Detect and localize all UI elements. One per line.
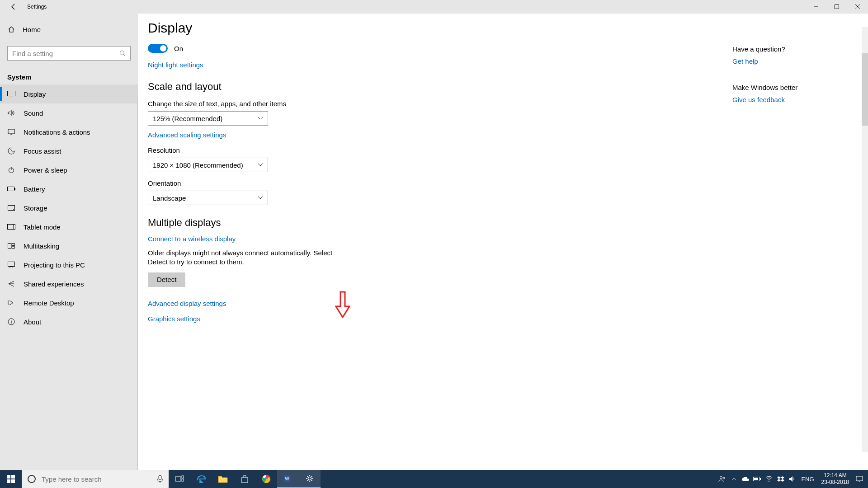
tray-dropbox-icon[interactable]	[775, 470, 787, 488]
search-icon	[119, 50, 126, 56]
svg-rect-4	[8, 91, 15, 96]
gear-icon	[305, 474, 314, 483]
detect-button[interactable]: Detect	[148, 272, 185, 287]
tray-language[interactable]: ENG	[798, 476, 816, 483]
feedback-link[interactable]: Give us feedback	[732, 96, 785, 103]
resolution-label: Resolution	[148, 146, 850, 154]
taskbar-app-word[interactable]: W	[277, 470, 299, 488]
graphics-settings-link[interactable]: Graphics settings	[148, 315, 200, 323]
wireless-display-link[interactable]: Connect to a wireless display	[148, 235, 236, 243]
start-button[interactable]	[0, 470, 22, 488]
svg-point-12	[13, 209, 14, 210]
tray-people-icon[interactable]	[716, 470, 728, 488]
cortana-icon	[27, 474, 36, 483]
cortana-input[interactable]	[42, 475, 151, 483]
advanced-scaling-link[interactable]: Advanced scaling settings	[148, 131, 226, 139]
taskbar-app-settings[interactable]	[299, 470, 321, 488]
svg-rect-23	[7, 475, 10, 479]
sidebar-item-tablet-mode[interactable]: Tablet mode	[0, 217, 138, 236]
get-help-link[interactable]: Get help	[732, 57, 758, 65]
night-light-settings-link[interactable]: Night light settings	[148, 61, 203, 69]
tray-battery-icon[interactable]	[751, 470, 763, 488]
resolution-dropdown-value: 868 × 488 (Recommended)	[153, 161, 243, 169]
about-icon	[7, 318, 15, 326]
taskbar-app-store[interactable]	[234, 470, 255, 488]
svg-rect-28	[159, 475, 161, 480]
maximize-button[interactable]	[826, 0, 847, 14]
taskbar-app-chrome[interactable]	[255, 470, 277, 488]
search-input[interactable]	[12, 50, 119, 57]
sidebar-item-display[interactable]: Display	[0, 84, 138, 103]
battery-icon	[7, 185, 15, 193]
sidebar-item-label: Multitasking	[24, 242, 59, 250]
sidebar-item-label: Display	[24, 90, 46, 98]
sidebar-item-remote-desktop[interactable]: Remote Desktop	[0, 293, 138, 312]
chevron-down-icon	[258, 196, 263, 200]
advanced-display-link[interactable]: Advanced display settings	[148, 300, 226, 307]
svg-rect-41	[754, 478, 758, 480]
arrow-left-icon	[10, 3, 17, 10]
orientation-dropdown-value: Landscape	[153, 194, 186, 202]
sidebar-item-sound[interactable]: Sound	[0, 103, 138, 122]
sidebar-item-label: Notifications & actions	[24, 128, 90, 136]
tray-wifi-icon[interactable]	[763, 470, 775, 488]
resolution-dropdown[interactable]: 868 × 488 (Recommended)	[148, 158, 268, 172]
svg-text:W: W	[285, 476, 289, 481]
cortana-search[interactable]	[22, 470, 169, 488]
sidebar-item-label: Storage	[24, 204, 47, 212]
home-icon	[7, 25, 15, 33]
sidebar-home-label: Home	[23, 26, 41, 33]
sidebar-group-header: System	[0, 70, 138, 84]
sidebar-item-notifications[interactable]: Notifications & actions	[0, 122, 138, 141]
sidebar-home[interactable]: Home	[0, 22, 138, 37]
task-view-button[interactable]	[169, 470, 190, 488]
taskbar: W ENG 12:14 AM 23-08-2018	[0, 470, 868, 488]
minimize-icon	[814, 5, 818, 9]
sidebar-item-shared-experiences[interactable]: Shared experiences	[0, 274, 138, 293]
close-button[interactable]	[847, 0, 868, 14]
svg-rect-24	[11, 475, 15, 479]
detect-hint-text: Older displays might not always connect …	[148, 249, 338, 267]
word-icon: W	[283, 474, 292, 483]
tray-time: 12:14 AM	[821, 472, 849, 479]
sidebar-item-multitasking[interactable]: Multitasking	[0, 236, 138, 255]
storage-icon	[7, 204, 15, 212]
sidebar-item-power-sleep[interactable]: Power & sleep	[0, 160, 138, 179]
caption-controls	[806, 0, 868, 14]
scrollbar-thumb[interactable]	[862, 53, 868, 126]
scale-dropdown-value: 125% (Recommended)	[153, 115, 222, 122]
task-view-icon	[175, 475, 184, 483]
main-layout: Home System Display Sound Notifications …	[0, 14, 868, 470]
sidebar-item-label: About	[24, 318, 41, 326]
content-area: Display On Night light settings Scale an…	[138, 14, 868, 470]
tray-clock[interactable]: 12:14 AM 23-08-2018	[817, 472, 854, 486]
svg-rect-43	[856, 476, 863, 481]
sidebar-item-battery[interactable]: Battery	[0, 179, 138, 198]
tray-date: 23-08-2018	[821, 479, 849, 486]
tablet-icon	[7, 223, 15, 231]
tray-onedrive-icon[interactable]	[740, 470, 751, 488]
tray-volume-icon[interactable]	[787, 470, 798, 488]
svg-rect-1	[835, 5, 839, 9]
taskbar-app-edge[interactable]	[190, 470, 212, 488]
minimize-button[interactable]	[806, 0, 826, 14]
night-light-toggle[interactable]	[148, 44, 168, 53]
sidebar-item-about[interactable]: About	[0, 312, 138, 331]
taskbar-app-explorer[interactable]	[212, 470, 234, 488]
sidebar-item-label: Remote Desktop	[24, 299, 74, 307]
svg-point-42	[769, 481, 769, 482]
svg-rect-10	[14, 188, 15, 190]
sidebar-item-projecting[interactable]: Projecting to this PC	[0, 255, 138, 274]
sidebar-item-focus-assist[interactable]: Focus assist	[0, 141, 138, 160]
sidebar-item-storage[interactable]: Storage	[0, 198, 138, 217]
back-button[interactable]	[0, 0, 27, 14]
search-box[interactable]	[7, 46, 131, 61]
orientation-dropdown[interactable]: Landscape	[148, 191, 268, 205]
chevron-down-icon	[258, 117, 263, 120]
tray-action-center-icon[interactable]	[854, 470, 865, 488]
window-title: Settings	[27, 4, 47, 10]
tray-chevron-up-icon[interactable]	[728, 470, 740, 488]
svg-rect-18	[8, 262, 15, 267]
svg-point-37	[720, 477, 722, 479]
scale-dropdown[interactable]: 125% (Recommended)	[148, 111, 268, 126]
